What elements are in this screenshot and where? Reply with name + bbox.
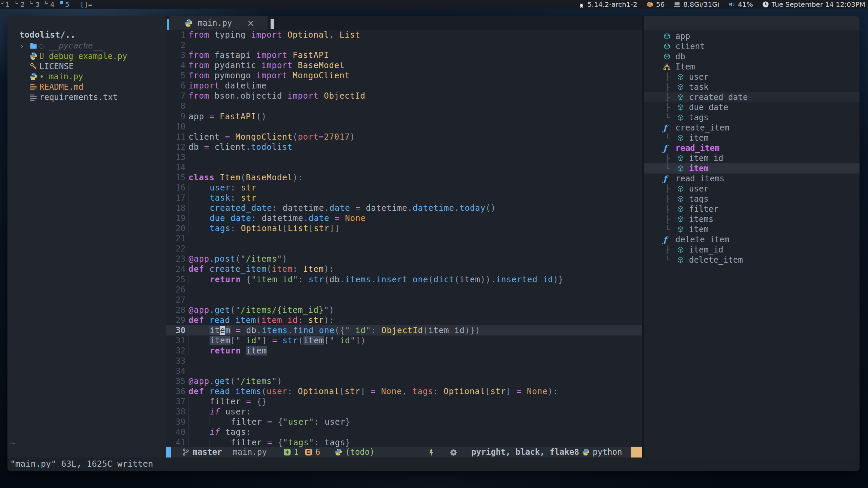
tree-item-requirements-txt[interactable]: requirements.txt (7, 92, 166, 102)
code-line-41[interactable]: 41filter = {"tags": tags} (166, 438, 642, 448)
code-line-21[interactable]: 21 (166, 233, 642, 244)
outline-item-item[interactable]: └item (644, 224, 860, 235)
outline-item-tags[interactable]: ├tags (644, 194, 860, 204)
token (231, 326, 236, 335)
code-line-31[interactable]: 31item["_id"] = str(item["_id"]) (166, 336, 642, 346)
token: _id (335, 336, 350, 345)
python-icon (184, 19, 193, 27)
token: @app (189, 377, 209, 386)
token: def (189, 387, 209, 396)
outline-item-filter[interactable]: ├filter (644, 204, 860, 214)
code-line-25[interactable]: 25return {"item_id": str(db.items.insert… (166, 274, 642, 285)
outline-item-items[interactable]: ├items (644, 214, 860, 224)
code-line-34[interactable]: 34 (166, 366, 642, 376)
outline-item-item_id[interactable]: ├item_id (644, 245, 860, 255)
outline-item-item[interactable]: └item (644, 163, 860, 174)
code-line-12[interactable]: 12db = client.todolist (166, 142, 642, 152)
cube-icon (663, 33, 675, 40)
token: db (330, 275, 340, 284)
workspace-button-1[interactable]: 1 (0, 0, 15, 9)
token: . (454, 203, 459, 213)
outline-item-delete_item[interactable]: └delete_item (644, 255, 860, 265)
editor-buffer[interactable]: 1from typing import Optional, List23from… (166, 30, 642, 447)
code-line-27[interactable]: 27 (166, 295, 642, 305)
outline-item-client[interactable]: client (644, 41, 860, 52)
code-line-17[interactable]: 17task: str (166, 193, 642, 203)
code-line-16[interactable]: 16user: str (166, 183, 642, 193)
code-line-26[interactable]: 26 (166, 285, 642, 295)
code-text: if tags: (189, 427, 251, 437)
tab-main-py[interactable]: main.py × (169, 16, 268, 30)
outline-item-task[interactable]: ├task (644, 82, 860, 92)
workspace-button-5[interactable]: 5 (60, 0, 75, 9)
tree-item--pycache-[interactable]: ›◌__pycache__ (7, 41, 166, 51)
code-line-2[interactable]: 2 (166, 40, 642, 50)
outline-item-delete_item[interactable]: ƒdelete_item (644, 235, 860, 245)
line-number: 13 (166, 152, 185, 162)
code-line-39[interactable]: 39filter = {"user": user} (166, 417, 642, 427)
code-line-15[interactable]: 15class Item(BaseModel): (166, 172, 642, 183)
outline-item-item[interactable]: └item (644, 133, 860, 143)
close-icon[interactable]: × (247, 18, 254, 28)
code-line-14[interactable]: 14 (166, 162, 642, 172)
workspace-button-4[interactable]: 4 (45, 0, 60, 9)
outline-item-read_items[interactable]: ƒread_items (644, 174, 860, 184)
token: : (314, 438, 324, 447)
code-line-1[interactable]: 1from typing import Optional, List (166, 30, 642, 40)
code-line-6[interactable]: 6import datetime (166, 81, 642, 91)
token: tags (210, 224, 230, 233)
code-line-3[interactable]: 3from fastapi import FastAPI (166, 50, 642, 60)
code-line-35[interactable]: 35@app.get("/items") (166, 376, 642, 386)
workspace-button-2[interactable]: 2 (15, 0, 30, 9)
tree-connector: ├ (665, 83, 677, 92)
git-status-mark: ◌ (39, 41, 49, 50)
code-line-18[interactable]: 18created_date: datetime.date = datetime… (166, 203, 642, 213)
code-line-38[interactable]: 38if user: (166, 407, 642, 417)
word-highlight: m (225, 326, 230, 335)
outline-item-db[interactable]: db (644, 52, 860, 62)
tree-item-debug-example-py[interactable]: Udebug_example.py (7, 51, 166, 61)
code-line-30[interactable]: 30item = db.items.find_one({"_id": Objec… (166, 325, 642, 336)
workspace-button-3[interactable]: 3 (30, 0, 45, 9)
code-line-29[interactable]: 29def read_item(item_id: str): (166, 315, 642, 325)
code-line-9[interactable]: 9app = FastAPI() (166, 111, 642, 122)
outline-item-due_date[interactable]: ├due_date (644, 102, 860, 113)
tree-item-license[interactable]: LICENSE (7, 61, 166, 72)
outline-item-tags[interactable]: └tags (644, 113, 860, 123)
code-line-28[interactable]: 28@app.get("/items/{item_id}") (166, 305, 642, 315)
code-line-11[interactable]: 11client = MongoClient(port=27017) (166, 132, 642, 142)
code-line-13[interactable]: 13 (166, 152, 642, 162)
code-line-8[interactable]: 8 (166, 101, 642, 111)
code-line-24[interactable]: 24def create_item(item: Item): (166, 264, 642, 274)
tree-item-main-py[interactable]: •main.py (7, 72, 166, 82)
code-line-40[interactable]: 40if tags: (166, 427, 642, 437)
code-line-32[interactable]: 32return item (166, 346, 642, 356)
code-line-5[interactable]: 5from pymongo import MongoClient (166, 70, 642, 81)
outline-item-Item[interactable]: Item (644, 62, 860, 72)
code-line-10[interactable]: 10 (166, 122, 642, 132)
outline-item-read_item[interactable]: ƒread_item (644, 143, 860, 153)
code-line-37[interactable]: 37filter = {} (166, 396, 642, 407)
chevron-right-icon[interactable]: › (20, 42, 29, 50)
code-line-36[interactable]: 36def read_items(user: Optional[str] = N… (166, 386, 642, 396)
python-icon (29, 73, 39, 81)
token: tags (288, 438, 309, 447)
code-line-4[interactable]: 4from pydantic import BaseModel (166, 60, 642, 70)
outline-item-create_item[interactable]: ƒcreate_item (644, 123, 860, 133)
code-line-20[interactable]: 20tags: Optional[List[str]] (166, 223, 642, 233)
indent-guide (210, 438, 231, 448)
code-line-7[interactable]: 7from bson.objectid import ObjectId (166, 91, 642, 101)
tree-item-readme-md[interactable]: README.md (7, 82, 166, 92)
outline-item-created_date[interactable]: ├created_date (644, 92, 860, 102)
code-line-33[interactable]: 33 (166, 356, 642, 366)
code-line-23[interactable]: 23@app.post("/items") (166, 254, 642, 264)
indent-guide (189, 336, 210, 346)
token: " (309, 417, 314, 427)
token: = (267, 438, 278, 447)
outline-item-user[interactable]: ├user (644, 72, 860, 82)
outline-item-user[interactable]: ├user (644, 184, 860, 194)
outline-item-item_id[interactable]: ├item_id (644, 153, 860, 163)
code-line-19[interactable]: 19due_date: datetime.date = None (166, 213, 642, 223)
code-line-22[interactable]: 22 (166, 244, 642, 254)
outline-item-app[interactable]: app (644, 31, 860, 41)
